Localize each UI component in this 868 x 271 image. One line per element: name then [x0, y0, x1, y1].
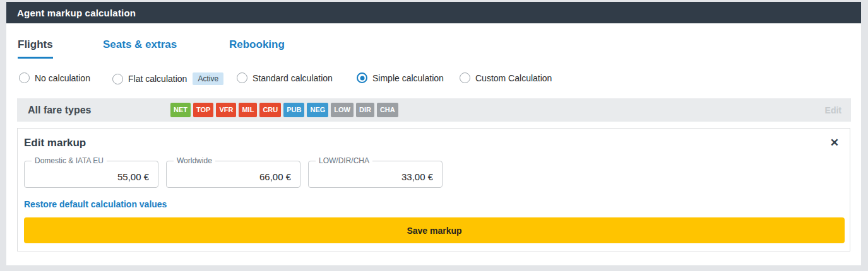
radio-circle-icon[interactable] [112, 74, 123, 84]
radio-standard-calculation[interactable]: Standard calculation [237, 72, 333, 83]
window-title: Agent markup calculation [17, 8, 136, 18]
agent-markup-card: Agent markup calculation Flights Seats &… [6, 2, 861, 265]
tab-bar: Flights Seats & extras Rebooking [6, 23, 861, 64]
active-badge: Active [193, 72, 223, 85]
edit-markup-panel: Edit markup ✕ Domestic & IATA EU Worldwi… [17, 128, 850, 251]
fare-badge-vfr: VFR [216, 103, 236, 117]
low-dir-cha-input[interactable] [309, 161, 442, 187]
field-domestic-iata-eu: Domestic & IATA EU [24, 161, 158, 188]
tab-seats-extras[interactable]: Seats & extras [103, 38, 177, 51]
field-low-dir-cha: LOW/DIR/CHA [308, 161, 443, 188]
field-label: Worldwide [174, 156, 215, 165]
calculation-type-options: No calculation Flat calculation Active S… [6, 67, 861, 93]
radio-simple-calculation[interactable]: Simple calculation [357, 72, 444, 83]
edit-link-disabled[interactable]: Edit [825, 105, 841, 115]
fare-types-bar: All fare types NET TOP VFR MIL CRU PUB N… [17, 98, 851, 122]
radio-no-calculation[interactable]: No calculation [19, 72, 90, 83]
fare-badge-neg: NEG [307, 103, 328, 117]
fare-badge-top: TOP [193, 103, 213, 117]
fare-badge-dir: DIR [356, 103, 374, 117]
close-icon[interactable]: ✕ [830, 137, 839, 148]
restore-defaults-link[interactable]: Restore default calculation values [24, 199, 167, 209]
save-markup-button[interactable]: Save markup [24, 217, 845, 243]
field-label: LOW/DIR/CHA [316, 156, 372, 165]
radio-custom-calculation[interactable]: Custom Calculation [460, 72, 552, 83]
markup-fields: Domestic & IATA EU Worldwide LOW/DIR/CHA [24, 161, 443, 188]
worldwide-input[interactable] [167, 161, 300, 187]
fare-badge-net: NET [170, 103, 191, 117]
radio-circle-icon[interactable] [460, 72, 470, 83]
radio-circle-checked-icon[interactable] [357, 72, 367, 83]
edit-markup-title: Edit markup [24, 137, 86, 149]
fare-badge-low: LOW [331, 103, 354, 117]
radio-circle-icon[interactable] [19, 72, 30, 83]
fare-badge-cru: CRU [259, 103, 281, 117]
window-titlebar: Agent markup calculation [6, 2, 861, 23]
radio-circle-icon[interactable] [237, 72, 247, 83]
fare-badge-mil: MIL [239, 103, 257, 117]
field-label: Domestic & IATA EU [32, 156, 107, 165]
fare-badge-pub: PUB [283, 103, 304, 117]
fare-badge-cha: CHA [377, 103, 398, 117]
fare-type-badges: NET TOP VFR MIL CRU PUB NEG LOW DIR CHA [170, 98, 398, 122]
field-worldwide: Worldwide [166, 161, 300, 188]
domestic-iata-eu-input[interactable] [25, 161, 158, 187]
fare-types-title: All fare types [28, 105, 91, 116]
radio-flat-calculation[interactable]: Flat calculation Active [112, 72, 223, 85]
tab-rebooking[interactable]: Rebooking [229, 38, 285, 51]
tab-flights[interactable]: Flights [18, 38, 53, 59]
